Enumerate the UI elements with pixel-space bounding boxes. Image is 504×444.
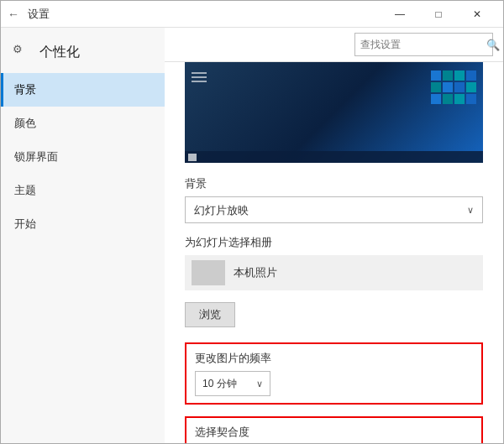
gear-icon: ⚙ [13,43,31,61]
search-icon: 🔍 [486,39,500,51]
tile-10 [443,94,453,104]
preview-line-2 [192,76,207,78]
main-layout: ⚙ 个性化 背景 颜色 锁屏界面 主题 开始 🔍 [1,28,503,443]
sidebar-nav: 背景 颜色 锁屏界面 主题 开始 [1,73,165,241]
album-name: 本机照片 [234,265,277,280]
minimize-button[interactable]: — [381,1,419,28]
desktop-preview [185,62,483,163]
frequency-dropdown-wrap[interactable]: 10 分钟 1 分钟 30 分钟 1 小时 6 小时 1 天 ∨ [195,371,270,396]
preview-taskbar [185,151,483,163]
sidebar-item-background[interactable]: 背景 [1,73,165,107]
close-button[interactable]: ✕ [458,1,496,28]
tile-8 [466,82,476,92]
tile-2 [443,71,453,81]
sidebar: ⚙ 个性化 背景 颜色 锁屏界面 主题 开始 [1,28,165,443]
search-bar: 🔍 [165,28,503,62]
tile-6 [443,82,453,92]
window-controls: — □ ✕ [381,1,496,28]
settings-window: ← 设置 — □ ✕ ⚙ 个性化 背景 颜色 锁屏界面 主题 开始 [0,0,504,444]
sidebar-item-theme[interactable]: 主题 [1,174,165,207]
search-input-wrap[interactable]: 🔍 [354,33,493,56]
preview-container [185,62,483,163]
background-section-label: 背景 [185,176,483,191]
tile-5 [431,82,441,92]
preview-line-1 [192,72,207,74]
maximize-button[interactable]: □ [419,1,458,28]
tile-3 [454,71,465,81]
preview-start-btn [188,154,197,161]
back-button[interactable]: ← [8,8,19,21]
content-scroll: 背景 幻灯片放映 图片 纯色 ∨ 为幻灯片选择相册 本机照片 [165,62,503,443]
sidebar-item-start[interactable]: 开始 [1,207,165,241]
tile-4 [466,71,476,81]
sidebar-header: ⚙ 个性化 [1,34,165,73]
preview-line-3 [192,81,207,82]
background-dropdown-wrap[interactable]: 幻灯片放映 图片 纯色 ∨ [185,196,483,223]
frequency-chevron: ∨ [256,379,263,389]
tile-1 [431,71,441,81]
sidebar-item-lockscreen[interactable]: 锁屏界面 [1,140,165,174]
album-thumb [192,260,225,285]
album-item[interactable]: 本机照片 [185,255,483,290]
fit-label: 选择契合度 [195,425,473,440]
sidebar-title: 个性化 [39,44,80,61]
sidebar-item-color[interactable]: 颜色 [1,107,165,140]
frequency-section: 更改图片的频率 10 分钟 1 分钟 30 分钟 1 小时 6 小时 1 天 ∨ [185,342,483,405]
preview-tile-grid [431,71,476,104]
browse-button[interactable]: 浏览 [185,302,235,327]
tile-12 [466,94,476,104]
background-dropdown-chevron: ∨ [467,205,474,216]
fit-section: 选择契合度 填充 适应 拉伸 平铺 居中 跨区 ∨ [185,416,483,443]
window-title: 设置 [28,7,381,22]
album-section-label: 为幻灯片选择相册 [185,235,483,250]
tile-9 [431,94,441,104]
frequency-select[interactable]: 10 分钟 1 分钟 30 分钟 1 小时 6 小时 1 天 [202,378,256,389]
preview-lines [192,72,207,82]
frequency-label: 更改图片的频率 [195,351,473,366]
titlebar: ← 设置 — □ ✕ [1,1,503,28]
album-section: 为幻灯片选择相册 本机照片 [185,235,483,290]
tile-11 [454,94,465,104]
content-area: 🔍 [165,28,503,443]
search-input[interactable] [360,39,486,50]
tile-7 [454,82,465,92]
background-select[interactable]: 幻灯片放映 图片 纯色 [194,204,467,217]
